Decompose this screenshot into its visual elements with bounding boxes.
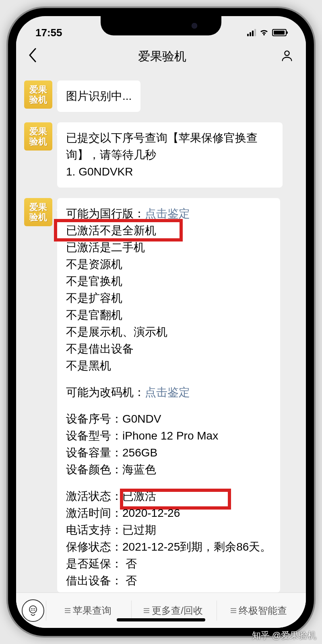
svg-point-5 (33, 609, 33, 610)
message-row: 爱果 验机 可能为国行版：点击鉴定 已激活不是全新机 已激活是二手机 不是资源机… (24, 198, 298, 592)
device-model: 设备型号：iPhone 12 Pro Max (66, 427, 271, 444)
result-line: 可能为改码机：点击鉴定 (66, 384, 271, 401)
back-button[interactable] (28, 48, 44, 65)
activation-time: 激活时间：2020-12-26 (66, 505, 271, 522)
svg-point-1 (31, 608, 32, 609)
message-row: 爱果 验机 已提交以下序号查询【苹果保修官换查询】，请等待几秒 1. G0NDV… (24, 122, 298, 188)
profile-button[interactable] (280, 49, 294, 64)
verify-link[interactable]: 点击鉴定 (145, 386, 190, 398)
result-line: 不是资源机 (66, 256, 271, 273)
avatar[interactable]: 爱果 验机 (24, 122, 52, 151)
home-indicator[interactable] (117, 618, 205, 621)
page-title: 爱果验机 (138, 48, 186, 65)
nav-bar: 爱果验机 (16, 40, 306, 72)
tab-apple-query[interactable]: 苹果查询 (46, 601, 130, 621)
notch (101, 16, 221, 35)
activation-status: 激活状态：已激活 (66, 488, 271, 505)
tab-more-query[interactable]: 更多查/回收 (131, 601, 215, 621)
signal-icon (247, 29, 256, 36)
battery-icon (272, 29, 287, 36)
menu-icon (144, 608, 149, 613)
message-row: 爱果 验机 图片识别中... (24, 80, 298, 112)
result-line: 不是黑机 (66, 357, 271, 374)
message-bubble[interactable]: 已提交以下序号查询【苹果保修官换查询】，请等待几秒 1. G0NDVKR (57, 122, 283, 188)
chat-area[interactable]: 爱果 验机 图片识别中... 爱果 验机 已提交以下序号查询【苹果保修官换查询】… (16, 72, 306, 592)
svg-point-6 (34, 609, 35, 610)
loaner-device: 借出设备： 否 (66, 572, 271, 589)
result-line: 可能为国行版：点击鉴定 (66, 205, 271, 222)
phone-support: 电话支持：已过期 (66, 522, 271, 539)
message-bubble[interactable]: 可能为国行版：点击鉴定 已激活不是全新机 已激活是二手机 不是资源机 不是官换机… (57, 198, 280, 592)
svg-point-0 (29, 606, 37, 613)
wifi-icon (259, 27, 269, 39)
avatar[interactable]: 爱果 验机 (24, 198, 52, 226)
menu-icon (231, 608, 236, 613)
extended-warranty: 是否延保： 否 (66, 555, 271, 572)
device-capacity: 设备容量：256GB (66, 444, 271, 461)
bottom-bar: 苹果查询 更多查/回收 终极智能查 (16, 592, 306, 628)
phone-frame: 17:55 爱果验机 爱果 验机 图片识别中... (8, 8, 314, 636)
message-text: 图片识别中... (66, 90, 132, 102)
menu-icon (65, 608, 70, 613)
svg-point-4 (31, 609, 32, 610)
keyboard-button[interactable] (22, 599, 44, 622)
result-line: 不是展示机、演示机 (66, 324, 271, 341)
tab-smart-query[interactable]: 终极智能查 (217, 601, 300, 621)
device-serial: 设备序号：G0NDV (66, 411, 271, 427)
watermark: 知乎 @爱果验机 (252, 630, 316, 642)
result-line: 不是官换机 (66, 273, 271, 290)
message-bubble[interactable]: 图片识别中... (57, 80, 140, 112)
warranty-status: 保修状态：2021-12-25到期，剩余86天。 (66, 539, 271, 555)
result-line: 不是官翻机 (66, 307, 271, 324)
message-text: 已提交以下序号查询【苹果保修官换查询】，请等待几秒 (66, 130, 274, 163)
avatar[interactable]: 爱果 验机 (24, 80, 52, 109)
result-line: 不是借出设备 (66, 341, 271, 357)
svg-point-2 (33, 608, 33, 609)
message-text: 1. G0NDVKR (66, 163, 274, 180)
svg-point-3 (34, 608, 35, 609)
screen: 17:55 爱果验机 爱果 验机 图片识别中... (16, 16, 306, 628)
result-line: 已激活是二手机 (66, 239, 271, 256)
result-line: 不是扩容机 (66, 290, 271, 307)
status-time: 17:55 (35, 27, 62, 39)
device-color: 设备颜色：海蓝色 (66, 461, 271, 478)
result-line: 已激活不是全新机 (66, 222, 271, 239)
status-icons (247, 27, 287, 39)
verify-link[interactable]: 点击鉴定 (145, 207, 190, 220)
